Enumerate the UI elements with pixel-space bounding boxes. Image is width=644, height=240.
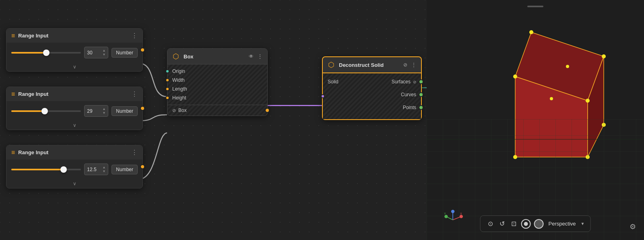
decon-menu-btn[interactable]: ⋮ [411, 61, 417, 68]
viewport[interactable]: X Y Z ⊙ ↺ ⊡ Perspective ▼ ⚙ [427, 0, 644, 240]
range-node-2: ≡ Range Input ⋮ 29 ▲ ▼ Number ∨ [6, 87, 143, 130]
box-port-width: Width [167, 76, 267, 85]
curves-port [419, 92, 423, 97]
type-badge-1[interactable]: Number [111, 48, 138, 58]
range-title-3: Range Input [18, 149, 128, 155]
maximize-btn[interactable]: ⊡ [510, 218, 518, 229]
box-node-title: Box [184, 54, 245, 60]
points-port [419, 105, 423, 110]
viewport-drag-handle[interactable] [527, 6, 543, 7]
range-body-3: 12.5 ▲ ▼ Number [6, 159, 142, 179]
range-menu-btn-1[interactable]: ⋮ [131, 32, 138, 39]
solid-port [321, 94, 325, 98]
svg-point-5 [586, 99, 590, 103]
svg-point-18 [444, 215, 448, 218]
type-badge-2[interactable]: Number [111, 106, 138, 116]
length-port [165, 87, 169, 91]
decon-node-icon: ⬡ [327, 60, 336, 69]
svg-point-6 [513, 74, 517, 79]
range-node-2-header: ≡ Range Input ⋮ [6, 87, 142, 101]
slider-track-2[interactable] [11, 110, 81, 112]
shading-btn[interactable] [521, 219, 531, 229]
range-output-port-1 [140, 48, 145, 52]
slider-track-3[interactable] [11, 169, 81, 170]
range-node-1-header: ≡ Range Input ⋮ [6, 29, 142, 43]
svg-point-17 [460, 215, 463, 218]
box-node-header: ⬡ Box 👁 ⋮ [167, 49, 267, 64]
decon-node-header: ⬡ Deconstruct Solid ⊘ ⋮ [323, 57, 421, 73]
surfaces-port [419, 79, 423, 84]
box-hide-btn[interactable]: 👁 [248, 53, 254, 60]
box-node-icon: ⬡ [171, 52, 180, 61]
svg-text:Z: Z [452, 210, 454, 211]
type-badge-3[interactable]: Number [111, 165, 138, 174]
svg-point-11 [550, 97, 553, 100]
range-footer-2: ∨ [6, 121, 142, 130]
box-output-port [265, 108, 270, 113]
camera-btn[interactable]: ⊙ [486, 218, 495, 229]
decon-solid-input: Solid Surfaces ⊘ Curves Points [323, 76, 421, 117]
svg-point-4 [602, 54, 606, 58]
decon-hide-btn[interactable]: ⊘ [402, 61, 408, 68]
slider-track-1[interactable] [11, 52, 81, 54]
viewport-toolbar: ⊙ ↺ ⊡ Perspective ▼ [480, 215, 591, 232]
range-node-1: ≡ Range Input ⋮ 30 ▲ ▼ Number ∨ [6, 28, 143, 72]
box-port-origin: Origin [167, 67, 267, 76]
box-port-height: Height [167, 93, 267, 102]
width-port [165, 78, 169, 82]
perspective-label: Perspective [547, 221, 578, 227]
number-input-2[interactable]: 29 ▲ ▼ [84, 105, 108, 117]
range-title-2: Range Input [18, 91, 128, 97]
range-node-3: ≡ Range Input ⋮ 12.5 ▲ ▼ Number ∨ [6, 145, 143, 188]
range-icon-1: ≡ [11, 32, 15, 39]
box-port-length: Length [167, 85, 267, 93]
range-footer-3: ∨ [6, 179, 142, 188]
svg-text:Y: Y [444, 212, 446, 215]
range-icon-2: ≡ [11, 91, 15, 98]
range-icon-3: ≡ [11, 149, 15, 156]
range-menu-btn-2[interactable]: ⋮ [131, 90, 138, 98]
number-input-1[interactable]: 30 ▲ ▼ [84, 47, 108, 58]
range-node-3-header: ≡ Range Input ⋮ [6, 145, 142, 159]
range-footer-1: ∨ [6, 62, 142, 71]
box-menu-btn[interactable]: ⋮ [257, 53, 263, 60]
origin-port [165, 69, 169, 73]
height-port [165, 96, 169, 100]
node-editor[interactable]: ≡ Range Input ⋮ 30 ▲ ▼ Number ∨ [0, 0, 427, 240]
decon-node-body: Solid Surfaces ⊘ Curves Points [323, 73, 421, 119]
range-output-port-3 [140, 164, 145, 169]
axes-widget: X Y Z [443, 210, 463, 230]
svg-point-10 [566, 65, 569, 68]
range-output-port-2 [140, 106, 145, 111]
box-node[interactable]: ⬡ Box 👁 ⋮ Origin Width Length [167, 48, 268, 116]
perspective-arrow: ▼ [581, 221, 585, 226]
svg-text:X: X [460, 212, 462, 215]
viewport-settings-btn[interactable]: ⚙ [630, 222, 636, 231]
wireframe-btn[interactable] [534, 219, 544, 229]
range-body-1: 30 ▲ ▼ Number [6, 43, 142, 62]
svg-point-3 [529, 30, 533, 34]
range-body-2: 29 ▲ ▼ Number [6, 101, 142, 121]
decon-node-title: Deconstruct Solid [339, 62, 399, 68]
rotate-btn[interactable]: ↺ [498, 218, 506, 229]
range-title-1: Range Input [18, 33, 128, 39]
decon-node[interactable]: ⬡ Deconstruct Solid ⊘ ⋮ Solid Surfaces ⊘ [322, 56, 422, 120]
box-node-body: Origin Width Length Height [167, 64, 267, 105]
number-input-3[interactable]: 12.5 ▲ ▼ [84, 163, 108, 175]
range-menu-btn-3[interactable]: ⋮ [131, 149, 138, 156]
